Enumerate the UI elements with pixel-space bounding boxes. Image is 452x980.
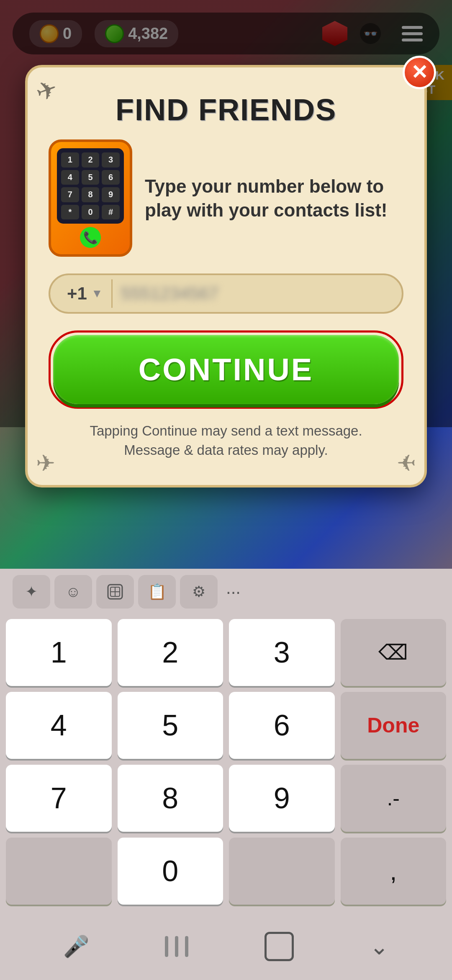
- keyboard-tool-emoji[interactable]: ☺: [54, 575, 92, 609]
- keyboard-area: ✦ ☺ 📋 ⚙ ··· 1 2 3 ⌫ 4 5 6 Done 7 8 9 .-: [0, 569, 452, 980]
- key-empty-right: [229, 838, 335, 905]
- close-button[interactable]: ✕: [403, 56, 436, 89]
- puzzle-decoration-bottom-left: ✈: [36, 450, 55, 477]
- phone-number-input[interactable]: [113, 279, 393, 308]
- key-9[interactable]: 9: [229, 765, 335, 832]
- home-indicator: [165, 936, 188, 957]
- keyboard-keys: 1 2 3 ⌫ 4 5 6 Done 7 8 9 .- 0 ,: [0, 615, 452, 913]
- keyboard-toolbar: ✦ ☺ 📋 ⚙ ···: [0, 569, 452, 615]
- find-friends-modal: ✕ ✈ FIND FRIENDS 1 2 3 4 5 6 7 8 9 * 0 #…: [25, 65, 427, 487]
- country-code-selector[interactable]: +1 ▼: [59, 279, 113, 308]
- country-code-value: +1: [67, 284, 87, 304]
- modal-description: Type your number below to play with your…: [145, 174, 403, 222]
- key-6[interactable]: 6: [229, 692, 335, 759]
- key-4[interactable]: 4: [6, 692, 112, 759]
- home-button[interactable]: [265, 932, 294, 961]
- phone-screen: 1 2 3 4 5 6 7 8 9 * 0 #: [57, 148, 124, 224]
- navigation-bar: 🎤 ⌄: [0, 913, 452, 980]
- disclaimer-text: Tapping Continue may send a text message…: [49, 421, 403, 460]
- kb-row-4: 0 ,: [6, 838, 446, 905]
- key-done[interactable]: Done: [341, 692, 447, 759]
- modal-title: FIND FRIENDS: [49, 93, 403, 127]
- key-punctuation[interactable]: .-: [341, 765, 447, 832]
- continue-button[interactable]: CONTINUE: [53, 335, 399, 404]
- key-backspace[interactable]: ⌫: [341, 619, 447, 686]
- key-7[interactable]: 7: [6, 765, 112, 832]
- keyboard-tool-settings[interactable]: ⚙: [180, 575, 218, 609]
- key-1[interactable]: 1: [6, 619, 112, 686]
- phone-input-row: +1 ▼: [49, 273, 403, 314]
- keyboard-tool-sticker[interactable]: [96, 575, 134, 609]
- key-8[interactable]: 8: [118, 765, 223, 832]
- continue-button-wrapper: CONTINUE: [49, 330, 403, 409]
- modal-body: 1 2 3 4 5 6 7 8 9 * 0 # 📞 Type your numb…: [49, 139, 403, 257]
- phone-illustration: 1 2 3 4 5 6 7 8 9 * 0 # 📞: [49, 139, 132, 257]
- dropdown-arrow-icon: ▼: [91, 287, 103, 300]
- puzzle-decoration-bottom-right: ✈: [397, 450, 416, 477]
- key-empty-left: [6, 838, 112, 905]
- keyboard-tool-magic[interactable]: ✦: [13, 575, 50, 609]
- mic-button[interactable]: 🎤: [63, 934, 89, 959]
- key-comma[interactable]: ,: [341, 838, 447, 905]
- keyboard-tool-clipboard[interactable]: 📋: [138, 575, 176, 609]
- collapse-keyboard-button[interactable]: ⌄: [370, 933, 389, 960]
- phone-call-icon: 📞: [80, 227, 101, 248]
- kb-row-3: 7 8 9 .-: [6, 765, 446, 832]
- keyboard-tool-more[interactable]: ···: [226, 582, 241, 602]
- key-3[interactable]: 3: [229, 619, 335, 686]
- key-0[interactable]: 0: [118, 838, 223, 905]
- kb-row-1: 1 2 3 ⌫: [6, 619, 446, 686]
- key-2[interactable]: 2: [118, 619, 223, 686]
- kb-row-2: 4 5 6 Done: [6, 692, 446, 759]
- key-5[interactable]: 5: [118, 692, 223, 759]
